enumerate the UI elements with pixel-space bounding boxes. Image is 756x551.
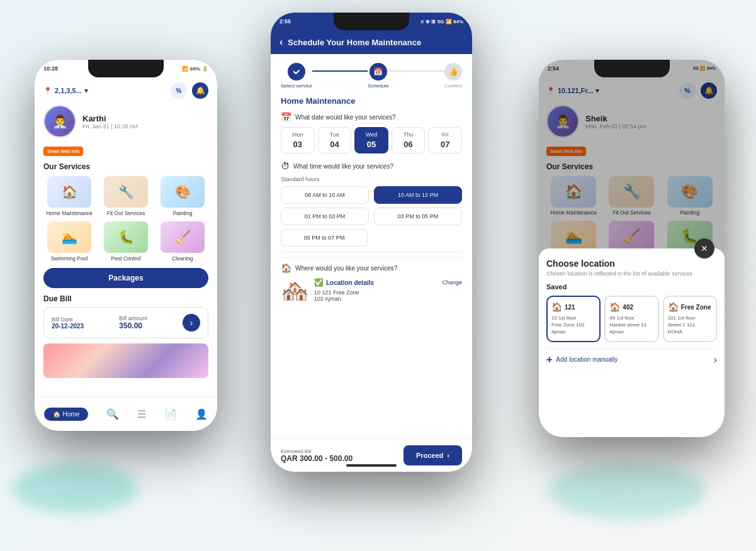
percent-icon[interactable]: % [171,82,187,99]
estimated-bill-bar: Estimated Bill QAR 300.00 - 500.00 Proce… [271,438,472,472]
time-question: What time would like your services? [293,163,393,170]
left-avatar: 👨‍💼 [43,105,76,138]
loc-card-402[interactable]: 🏠 402 45 1st floorHanbel street 12Ajman [604,296,658,342]
cal-day-fri[interactable]: Fri 07 [428,127,462,153]
modal-subtitle: Chosen location is reflected in the list… [546,270,717,277]
promo-banner [43,343,208,378]
change-link[interactable]: Change [442,279,462,286]
nav-docs[interactable]: 📄 [164,408,177,420]
service-painting[interactable]: 🎨 Painting [157,176,208,216]
loc-card-121[interactable]: 🏠 121 10 1st floorFree Zone 102Ajman [546,296,601,342]
bell-icon[interactable]: 🔔 [192,82,208,99]
slot-8-10[interactable]: 08 AM to 10 AM [281,186,369,204]
nav-home[interactable]: 🏠 Home [44,408,89,421]
left-user-info: Karthi Fri. Jan 31 | 10:28 AM [82,114,138,130]
due-bill-section: Due Bill Bill Date 20-12-2023 Bill amoun… [43,294,208,338]
notch-right [594,60,670,77]
estimated-label: Estimated Bill [281,448,353,454]
slot-10-12[interactable]: 10 AM to 12 PM [374,186,462,204]
left-brand-logo: Smart Web Info [43,147,83,156]
service-home-maintenance[interactable]: 🏠 Home Maintenance [43,176,95,216]
estimated-bill-info: Estimated Bill QAR 300.00 - 500.00 [281,448,353,463]
location-house-icon: 🏘️ [281,278,309,304]
date-question-row: 📅 What date would like your services? [281,112,462,122]
location-big-icon: 🏠 [281,263,291,273]
left-phone-screen: 10:28 📶 69% 🔋 📍 2,1,3,5... ▾ [35,60,217,431]
nav-profile[interactable]: 👤 [195,408,208,420]
schedule-header: ‹ Schedule Your Home Maintenance [271,30,472,54]
location-details-title: Location details [326,279,374,286]
nav-search[interactable]: 🔍 [106,408,119,420]
standard-hours-label: Standard hours [281,176,462,182]
loc-home-icon-3: 🏠 [668,302,679,312]
cal-day-mon[interactable]: Mon 03 [281,127,315,153]
saved-label: Saved [546,283,717,291]
notch-center [334,13,409,30]
packages-button[interactable]: Packages [43,268,208,288]
schedule-body: Home Maintenance 📅 What date would like … [271,94,472,425]
bill-date-info: Bill Date 20-12-2023 [52,316,84,330]
center-phone-screen: 2:55 X ⊕ ⊞ 5G 📶 84% ‹ Schedule Your Home… [271,13,472,472]
where-service-row: 🏠 Where would you like your services? [281,257,462,278]
location-details-header: ✅ Location details Change [314,278,462,287]
add-plus-icon: + [546,354,552,365]
cal-day-wed[interactable]: Wed 05 [354,127,388,153]
add-location-row[interactable]: + Add location manually › [546,348,717,370]
service-swimming-pool[interactable]: 🏊 Swimming Pool [43,221,95,262]
phone-center: 2:55 X ⊕ ⊞ 5G 📶 84% ‹ Schedule Your Home… [271,13,472,472]
estimated-amount: QAR 300.00 - 500.00 [281,454,353,463]
step-2: 📅 Schedule [368,63,388,89]
schedule-title: Schedule Your Home Maintenance [288,38,421,47]
location-header-left: 📍 2,1,3,5... ▾ % 🔔 [43,82,208,99]
left-status-icons: 📶 69% 🔋 [182,66,208,72]
service-fit-out[interactable]: 🔧 Fit Out Services [100,176,152,216]
service-pest-control[interactable]: 🐛 Pest Control [100,221,152,262]
due-bill-title: Due Bill [43,294,208,303]
slot-3-5[interactable]: 03 PM to 05 PM [374,208,462,225]
add-location-label: Add location manually [556,356,618,363]
left-user-card: 👨‍💼 Karthi Fri. Jan 31 | 10:28 AM [43,105,208,138]
cal-day-thu[interactable]: Thu 06 [392,127,426,153]
schedule-section-title: Home Maintenance [281,96,462,106]
add-location-arrow: › [714,354,717,365]
left-user-name: Karthi [82,114,138,123]
notch-left [88,60,164,77]
slot-5-7[interactable]: 05 PM to 07 PM [281,229,368,247]
time-slots: Standard hours 08 AM to 10 AM 10 AM to 1… [281,176,462,247]
where-question: Where would you like your services? [295,265,397,272]
left-location-text[interactable]: 📍 2,1,3,5... ▾ [43,87,88,95]
loc-card-freezone[interactable]: 🏠 Free Zone 101 1st floorStreet 1 121DOH… [663,296,717,342]
check-icon: ✅ [314,278,324,287]
loc-home-icon-1: 🏠 [551,302,562,312]
time-row-2: 01 PM to 03 PM 03 PM to 05 PM [281,208,462,225]
left-status-time: 10:28 [43,65,58,72]
left-user-datetime: Fri. Jan 31 | 10:28 AM [82,123,138,130]
phone-left: 10:28 📶 69% 🔋 📍 2,1,3,5... ▾ [35,60,217,431]
location-details: ✅ Location details Change 10 121 Free Zo… [314,278,462,302]
add-location-left: + Add location manually [546,354,618,365]
modal-close-button[interactable]: ✕ [694,238,714,259]
step-1-circle [288,63,305,81]
progress-bar: Select service 📅 Schedule 👍 Confirm [271,54,472,94]
clock-icon: ⏱ [281,161,290,171]
divider [281,252,462,252]
center-status-time: 2:55 [279,18,291,25]
center-status-icons: X ⊕ ⊞ 5G 📶 84% [420,19,463,25]
time-question-row: ⏱ What time would like your services? [281,161,462,171]
bill-card: Bill Date 20-12-2023 Bill amount 350.00 … [43,307,208,338]
date-question: What date would like your services? [295,114,396,121]
cal-day-tue[interactable]: Tue 04 [318,127,352,153]
slot-1-3[interactable]: 01 PM to 03 PM [281,208,369,225]
blob-right [548,463,706,520]
right-phone-screen: 2:54 5G 📶 84% 📍 10.121,Fr... ▾ [539,60,725,437]
step-line-1 [312,70,368,72]
phone-right: 2:54 5G 📶 84% 📍 10.121,Fr... ▾ [539,60,725,437]
bill-arrow[interactable]: › [183,314,200,331]
calendar-icon: 📅 [281,112,291,122]
service-cleaning[interactable]: 🧹 Cleaning [157,221,208,262]
back-button[interactable]: ‹ [279,36,283,48]
step-3-label: Confirm [444,83,462,89]
nav-list[interactable]: ☰ [137,408,146,420]
step-1-label: Select service [281,83,312,89]
proceed-button[interactable]: Proceed › [403,445,462,465]
